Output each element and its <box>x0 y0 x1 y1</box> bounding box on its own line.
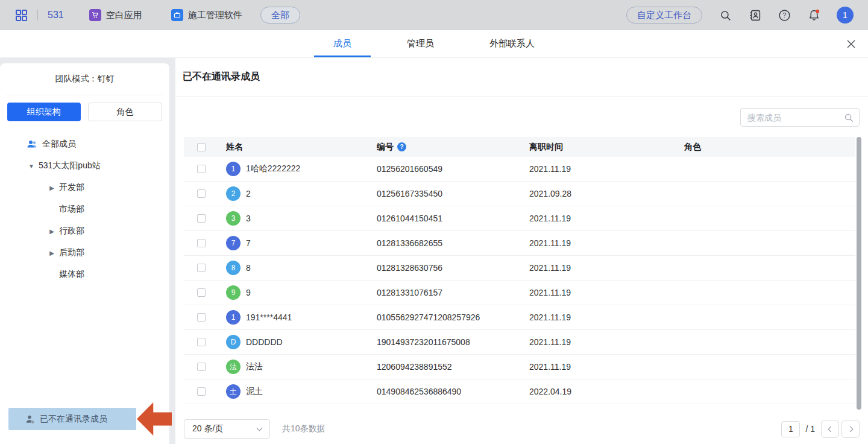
page-number-input[interactable] <box>781 421 800 437</box>
org-sidebar: 团队模式：钉钉 组织架构 角色 全部成员 ▼ 531大太阳pub站 ▶ 开发部 … <box>0 63 169 444</box>
page-size-select[interactable]: 20 条/页 <box>184 419 270 439</box>
member-name: 7 <box>246 238 251 248</box>
close-icon[interactable] <box>845 38 857 50</box>
row-checkbox[interactable] <box>197 189 206 198</box>
tree-item[interactable]: ▶ 后勤部 <box>0 242 169 264</box>
tree-item-all-members[interactable]: 全部成员 <box>0 133 169 155</box>
tree-item-label: 后勤部 <box>59 247 84 258</box>
member-avatar: 7 <box>226 236 241 250</box>
tree-item[interactable]: 市场部 <box>0 198 169 220</box>
address-book-icon[interactable] <box>748 8 761 22</box>
filter-all-pill[interactable]: 全部 <box>260 7 300 24</box>
caret-icon[interactable]: ▶ <box>47 185 57 191</box>
page-total-label: / 1 <box>805 424 815 434</box>
member-number: 1206094238891552 <box>377 362 529 372</box>
table-row: 7 7 01281336682655 2021.11.19 <box>184 231 855 256</box>
pagination: / 1 <box>781 420 860 438</box>
caret-icon[interactable]: ▼ <box>27 163 36 170</box>
app-shortcut-construction[interactable]: 施工管理软件 <box>171 9 242 21</box>
row-checkbox[interactable] <box>197 214 206 223</box>
number-help-icon[interactable]: ? <box>397 142 406 151</box>
caret-icon[interactable]: ▶ <box>47 228 57 235</box>
tab[interactable]: 外部联系人 <box>470 30 554 57</box>
app-shortcut-label: 空白应用 <box>106 10 142 21</box>
sidebar-segment-toggle: 组织架构 角色 <box>0 95 169 121</box>
sidebar-item-resigned-members[interactable]: 已不在通讯录成员 <box>8 408 136 430</box>
tab-label: 管理员 <box>407 38 434 49</box>
row-checkbox[interactable] <box>197 165 206 173</box>
select-all-checkbox[interactable] <box>197 143 206 151</box>
search-icon[interactable] <box>844 113 854 122</box>
app-grid-icon[interactable] <box>14 8 28 22</box>
workspace-number[interactable]: 531 <box>48 10 64 21</box>
member-avatar: 土 <box>226 384 241 399</box>
next-page-button[interactable] <box>841 420 860 438</box>
chevron-left-icon <box>828 426 834 432</box>
member-number: 01281336682655 <box>377 238 529 248</box>
member-avatar: 法 <box>226 360 241 374</box>
chevron-down-icon <box>257 425 263 431</box>
svg-text:?: ? <box>782 11 786 19</box>
member-avatar: D <box>226 335 241 349</box>
resigned-label: 已不在通讯录成员 <box>40 414 107 425</box>
main-panel: 已不在通讯录成员 姓名 编号 ? 离职时间 角色 <box>175 58 868 444</box>
header-leave-date: 离职时间 <box>529 142 684 153</box>
tab[interactable]: 成员 <box>314 30 371 57</box>
chevron-right-icon <box>847 426 853 432</box>
tab[interactable]: 管理员 <box>388 30 453 57</box>
search-icon[interactable] <box>719 8 732 22</box>
tree-item-label: 531大太阳pub站 <box>39 160 101 171</box>
member-avatar: 2 <box>226 186 241 201</box>
tree-item[interactable]: 媒体部 <box>0 264 169 285</box>
customize-workbench-button[interactable]: 自定义工作台 <box>626 7 702 24</box>
member-name: 泥土 <box>246 386 263 397</box>
bell-icon[interactable] <box>807 8 820 22</box>
page-title: 已不在通讯录成员 <box>175 58 868 97</box>
member-number: 01261044150451 <box>377 214 529 223</box>
leave-date: 2021.11.19 <box>529 263 684 273</box>
members-table: 姓名 编号 ? 离职时间 角色 1 1哈哈2222222 01256201660… <box>184 137 855 404</box>
cart-icon <box>89 9 101 21</box>
caret-icon[interactable]: ▶ <box>47 250 57 256</box>
row-checkbox[interactable] <box>197 338 206 346</box>
topbar-divider <box>37 10 38 21</box>
member-number: 01256167335450 <box>377 189 529 198</box>
row-checkbox[interactable] <box>197 387 206 396</box>
row-checkbox[interactable] <box>197 239 206 247</box>
leave-date: 2021.09.28 <box>529 189 684 198</box>
row-checkbox[interactable] <box>197 363 206 371</box>
total-count-label: 共10条数据 <box>282 423 326 434</box>
tree-item[interactable]: ▶ 行政部 <box>0 220 169 242</box>
member-name: 1哈哈2222222 <box>246 163 300 174</box>
tree-item[interactable]: ▼ 531大太阳pub站 <box>0 155 169 177</box>
help-icon[interactable]: ? <box>778 8 791 22</box>
table-row: 3 3 01261044150451 2021.11.19 <box>184 206 855 231</box>
search-input[interactable] <box>741 113 844 122</box>
row-checkbox[interactable] <box>197 264 206 272</box>
app-shortcut-blank-app[interactable]: 空白应用 <box>89 9 142 21</box>
org-structure-button[interactable]: 组织架构 <box>7 103 81 121</box>
tree-item[interactable]: ▶ 开发部 <box>0 177 169 198</box>
table-row: 土 泥土 014908462536886490 2022.04.19 <box>184 379 855 404</box>
prev-page-button[interactable] <box>821 420 839 438</box>
member-number: 0105562927471208257926 <box>377 312 529 322</box>
leave-date: 2021.11.19 <box>529 164 684 174</box>
member-name: 2 <box>246 189 251 198</box>
tree-item-label: 行政部 <box>59 226 84 236</box>
leave-date: 2021.11.19 <box>529 312 684 322</box>
user-avatar[interactable]: 1 <box>837 7 854 24</box>
header-role: 角色 <box>684 142 855 153</box>
role-button[interactable]: 角色 <box>88 103 163 121</box>
table-scrollbar[interactable] <box>857 137 861 410</box>
topbar: 531 空白应用 施工管理软件 全部 自定义工作台 ? 1 <box>0 0 868 30</box>
member-avatar: 1 <box>226 310 241 325</box>
leave-date: 2022.04.19 <box>529 387 684 396</box>
row-checkbox[interactable] <box>197 313 206 322</box>
tree-item-label: 媒体部 <box>59 269 84 280</box>
member-number: 01281328630756 <box>377 263 529 273</box>
tree-item-label: 开发部 <box>59 182 84 193</box>
row-checkbox[interactable] <box>197 288 206 297</box>
table-row: D DDDDDD 19014937232011675008 2021.11.19 <box>184 330 855 355</box>
resigned-person-icon <box>25 414 35 424</box>
member-number: 19014937232011675008 <box>377 337 529 347</box>
